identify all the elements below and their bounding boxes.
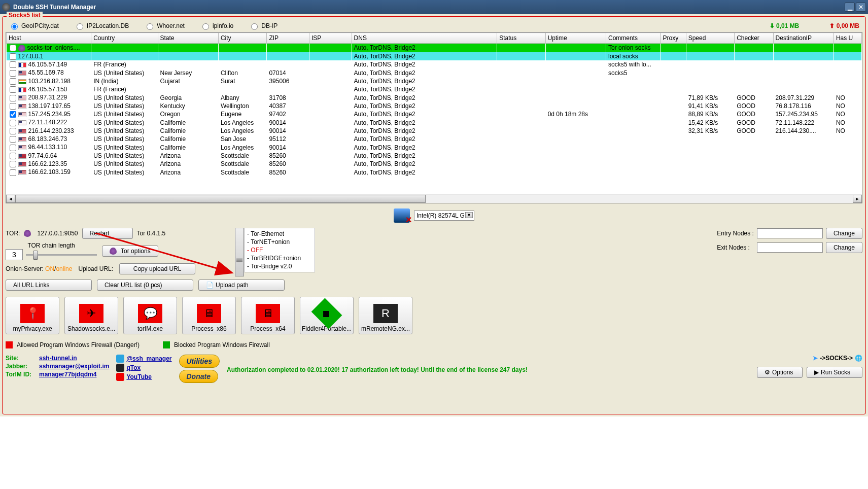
column-header[interactable]: State bbox=[158, 33, 218, 44]
chain-length-input[interactable] bbox=[6, 249, 23, 260]
scroll-right-icon[interactable]: ► bbox=[853, 195, 862, 203]
launcher-button[interactable]: 🖥Process_x64 bbox=[241, 297, 295, 334]
column-header[interactable]: Proxy bbox=[661, 33, 686, 44]
entry-nodes-change-button[interactable]: Change bbox=[826, 228, 862, 239]
table-row[interactable]: 166.62.123.35US (United States)ArizonaSc… bbox=[7, 160, 862, 168]
donate-button[interactable]: Donate bbox=[179, 370, 218, 383]
table-row[interactable]: 97.74.6.64US (United States)ArizonaScott… bbox=[7, 152, 862, 160]
scroll-thumb[interactable] bbox=[15, 195, 426, 203]
radio-geoipcity[interactable]: GeoIPCity.dat bbox=[9, 22, 59, 30]
row-checkbox[interactable] bbox=[10, 169, 16, 176]
column-header[interactable]: Status bbox=[497, 33, 546, 44]
minimize-button[interactable]: ▁ bbox=[845, 3, 855, 12]
launcher-button[interactable]: ◆Fiddler4Portable... bbox=[300, 297, 354, 334]
radio-ipinfo[interactable]: ipinfo.io bbox=[200, 22, 233, 30]
row-checkbox[interactable] bbox=[10, 70, 16, 77]
tor-modes-list[interactable]: - Tor-Ethernet - TorNET+onion - OFF - To… bbox=[244, 228, 315, 272]
mode-tor-bridge-v2[interactable]: - Tor-Bridge v2.0 bbox=[246, 262, 313, 270]
launcher-button[interactable]: RmRemoteNG.ex... bbox=[359, 297, 412, 334]
copy-upload-url-button[interactable]: Copy upload URL bbox=[119, 263, 195, 274]
column-header[interactable]: ZIP bbox=[267, 33, 309, 44]
youtube-icon bbox=[116, 373, 124, 381]
table-row[interactable]: 127.0.0.1Auto, TorDNS, Bridge2local sock… bbox=[7, 52, 862, 60]
column-header[interactable]: Has U bbox=[834, 33, 861, 44]
row-checkbox[interactable] bbox=[10, 111, 16, 118]
all-url-links-button[interactable]: All URL Links bbox=[6, 280, 92, 291]
table-row[interactable]: 46.105.57.149FR (France)Auto, TorDNS, Br… bbox=[7, 60, 862, 68]
table-row[interactable]: 72.11.148.222US (United States)Californi… bbox=[7, 118, 862, 126]
row-checkbox[interactable] bbox=[10, 45, 16, 51]
table-row[interactable]: 45.55.169.78US (United States)New Jersey… bbox=[7, 68, 862, 77]
tor-options-button[interactable]: Tor options bbox=[102, 246, 158, 257]
scroll-left-icon[interactable]: ◄ bbox=[6, 195, 15, 203]
row-checkbox[interactable] bbox=[10, 145, 16, 151]
table-row[interactable]: 208.97.31.229US (United States)GeorgiaAl… bbox=[7, 93, 862, 101]
horizontal-scrollbar[interactable]: ◄ ► bbox=[6, 194, 862, 203]
mode-torbridge-onion[interactable]: - TorBRIDGE+onion bbox=[246, 254, 313, 262]
tor-label: TOR: bbox=[6, 230, 20, 237]
site-link[interactable]: ssh-tunnel.in bbox=[39, 355, 109, 362]
telegram-link[interactable]: @ssh_manager bbox=[116, 355, 171, 363]
column-header[interactable]: Comments bbox=[606, 33, 661, 44]
column-header[interactable]: City bbox=[218, 33, 267, 44]
mode-tor-ethernet[interactable]: - Tor-Ethernet bbox=[246, 230, 313, 238]
options-button[interactable]: ⚙ Options bbox=[757, 367, 803, 378]
play-icon: ▶ bbox=[814, 369, 819, 376]
row-checkbox[interactable] bbox=[10, 61, 16, 68]
table-row[interactable]: 68.183.246.73US (United States)Californi… bbox=[7, 135, 862, 143]
utilities-button[interactable]: Utilities bbox=[179, 355, 220, 368]
run-socks-button[interactable]: ▶ Run Socks bbox=[807, 367, 862, 378]
launcher-button[interactable]: ✈Shadowsocks.e... bbox=[64, 297, 118, 334]
exit-nodes-change-button[interactable]: Change bbox=[826, 242, 862, 253]
torim-link[interactable]: manager77bjdqdm4 bbox=[39, 371, 109, 378]
radio-whoer[interactable]: Whoer.net bbox=[144, 22, 185, 30]
column-header[interactable]: Country bbox=[91, 33, 158, 44]
row-checkbox[interactable] bbox=[10, 103, 16, 110]
row-checkbox[interactable] bbox=[10, 161, 16, 167]
close-button[interactable]: ✕ bbox=[856, 3, 866, 12]
column-header[interactable]: DNS bbox=[352, 33, 497, 44]
radio-dbip[interactable]: DB-IP bbox=[249, 22, 277, 30]
launcher-button[interactable]: 🖥Process_x86 bbox=[182, 297, 236, 334]
table-row[interactable]: 216.144.230.233US (United States)Califor… bbox=[7, 127, 862, 135]
column-header[interactable]: Speed bbox=[686, 33, 735, 44]
upload-path-button[interactable]: 📄 Upload path bbox=[198, 280, 285, 291]
tor-version: Tor 0.4.1.5 bbox=[137, 230, 166, 237]
table-row[interactable]: 157.245.234.95US (United States)OregonEu… bbox=[7, 110, 862, 118]
mode-off[interactable]: - OFF bbox=[246, 246, 313, 254]
row-checkbox[interactable] bbox=[10, 53, 16, 60]
table-row[interactable]: 138.197.197.65US (United States)Kentucky… bbox=[7, 102, 862, 110]
column-header[interactable]: Checker bbox=[735, 33, 773, 44]
nic-select[interactable]: Intel(R) 82574L G bbox=[414, 211, 474, 221]
table-row[interactable]: 46.105.57.150FR (France)Auto, TorDNS, Br… bbox=[7, 85, 862, 93]
mode-tornet-onion[interactable]: - TorNET+onion bbox=[246, 238, 313, 246]
row-checkbox[interactable] bbox=[10, 95, 16, 101]
row-checkbox[interactable] bbox=[10, 153, 16, 159]
table-row[interactable]: socks-tor_onions....Auto, TorDNS, Bridge… bbox=[7, 44, 862, 52]
geolocation-radios: GeoIPCity.dat IP2Location.DB Whoer.net i… bbox=[6, 20, 862, 32]
row-checkbox[interactable] bbox=[10, 78, 16, 85]
qtox-link[interactable]: qTox bbox=[116, 364, 171, 372]
column-header[interactable]: Uptime bbox=[545, 33, 606, 44]
youtube-link[interactable]: YouTube bbox=[116, 373, 171, 381]
row-checkbox[interactable] bbox=[10, 128, 16, 134]
row-checkbox[interactable] bbox=[10, 136, 16, 143]
restart-button[interactable]: Restart bbox=[82, 228, 133, 239]
column-header[interactable]: ISP bbox=[309, 33, 352, 44]
entry-nodes-input[interactable] bbox=[757, 228, 823, 238]
launcher-button[interactable]: 📍myPrivacy.exe bbox=[6, 297, 59, 334]
row-checkbox[interactable] bbox=[10, 120, 16, 126]
clear-url-list-button[interactable]: Clear URL list (0 pcs) bbox=[97, 280, 193, 291]
launcher-button[interactable]: 💬torIM.exe bbox=[123, 297, 177, 334]
table-row[interactable]: 96.44.133.110US (United States)Californi… bbox=[7, 143, 862, 151]
mode-slider-handle[interactable] bbox=[235, 228, 244, 276]
chain-length-slider[interactable] bbox=[26, 250, 97, 260]
column-header[interactable]: DestinationIP bbox=[773, 33, 834, 44]
table-row[interactable]: 103.216.82.198IN (India)GujaratSurat3950… bbox=[7, 77, 862, 85]
table-row[interactable]: 166.62.103.159US (United States)ArizonaS… bbox=[7, 168, 862, 176]
exit-nodes-input[interactable] bbox=[757, 242, 823, 253]
row-checkbox[interactable] bbox=[10, 86, 16, 93]
radio-ip2location[interactable]: IP2Location.DB bbox=[74, 22, 129, 30]
jabber-link[interactable]: sshmanager@exploit.im bbox=[39, 363, 109, 370]
column-header[interactable]: Host bbox=[7, 33, 91, 44]
